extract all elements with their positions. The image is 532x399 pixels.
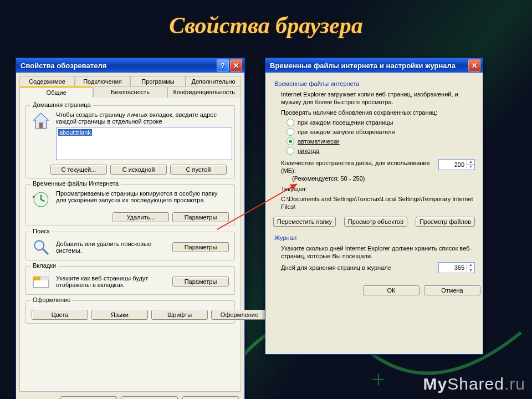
spin-down-icon[interactable]: ▼ [467, 165, 474, 170]
radio-never[interactable]: никогда [287, 147, 475, 155]
colors-button[interactable]: Цвета [32, 310, 88, 320]
window-internet-options: Свойства обозревателя ? ✕ Содержимое Под… [16, 58, 245, 399]
temp-desc2: Проверять наличие обновления сохраненных… [281, 109, 475, 116]
radio-icon [287, 147, 294, 155]
svg-line-7 [43, 249, 48, 254]
watermark-right: .ru [504, 375, 525, 393]
watermark-mid: Shared [447, 375, 504, 393]
spin-down-icon[interactable]: ▼ [467, 268, 474, 273]
titlebar[interactable]: Свойства обозревателя ? ✕ [16, 58, 244, 73]
radio-every-visit[interactable]: при каждом посещении страницы [287, 119, 475, 126]
disk-hint: (Рекомендуется: 50 - 250) [292, 175, 433, 182]
radio-label: никогда [298, 147, 319, 154]
search-hint: Добавить или удалить поисковые системы. [56, 241, 172, 254]
use-blank-button[interactable]: С пустой [170, 165, 227, 175]
group-temp-files-legend: Временные файлы Интернета [30, 180, 121, 187]
journal-hint: Укажите сколько дней Internet Explorer д… [281, 244, 475, 260]
group-tabs-legend: Вкладки [30, 262, 58, 269]
temp-files-hint: Просматриваемые страницы копируются в ос… [56, 190, 229, 209]
group-search-legend: Поиск [30, 228, 52, 234]
group-homepage: Домашняя страница Чтобы создать страницу… [25, 105, 235, 178]
apply-button[interactable]: Применить [182, 396, 239, 399]
homepage-value-selected: about:blank [58, 129, 92, 136]
tabs-icon [32, 272, 50, 291]
group-tabs: Вкладки Укажите как веб-страницы будут о… [25, 266, 235, 295]
use-default-button[interactable]: С исходной [110, 165, 167, 175]
temp-desc1: Internet Explorer загружает копии веб-ст… [281, 90, 475, 106]
slide-title: Свойства браузера [0, 12, 532, 39]
view-objects-button[interactable]: Просмотр объектов [344, 217, 407, 227]
disk-space-input[interactable] [439, 160, 467, 170]
help-button[interactable]: ? [217, 59, 229, 71]
tab-programs[interactable]: Программы [130, 76, 186, 86]
days-spinner[interactable]: ▲▼ [438, 262, 475, 273]
tab-general[interactable]: Общие [19, 86, 93, 98]
languages-button[interactable]: Языки [91, 310, 148, 320]
current-path: C:\Documents and Settings\Толстых\Local … [281, 195, 475, 211]
radio-icon [287, 128, 294, 136]
section-journal-heading: Журнал [274, 234, 475, 241]
tab-row-upper: Содержимое Подключения Программы Дополни… [19, 76, 241, 86]
tab-connections[interactable]: Подключения [75, 76, 130, 86]
disk-label: Количество пространства диска, для испол… [281, 159, 433, 175]
close-button[interactable]: ✕ [468, 59, 480, 71]
radio-icon [287, 119, 294, 126]
spin-up-icon[interactable]: ▲ [467, 263, 474, 268]
window-title: Свойства обозревателя [21, 62, 216, 70]
history-icon [32, 190, 50, 209]
ok-button[interactable]: ОК [60, 396, 117, 399]
titlebar[interactable]: Временные файлы интернета и настройки жу… [265, 58, 483, 73]
search-icon [32, 238, 50, 257]
group-appearance: Оформление Цвета Языки Шрифты Оформление [25, 300, 235, 324]
window-temp-settings: Временные файлы интернета и настройки жу… [265, 58, 483, 355]
group-search: Поиск Добавить или удалить поисковые сис… [25, 232, 235, 260]
radio-label: автоматически [298, 138, 340, 145]
delete-button[interactable]: Удалить... [112, 212, 169, 222]
tab-advanced[interactable]: Дополнительно [186, 76, 241, 86]
dialog-button-row: ОК Отмена [265, 281, 483, 299]
svg-text:+: + [371, 365, 386, 393]
tab-privacy[interactable]: Конфиденциальность [167, 86, 241, 98]
search-settings-button[interactable]: Параметры [172, 242, 229, 252]
spin-up-icon[interactable]: ▲ [467, 160, 474, 165]
tabs-settings-button[interactable]: Параметры [172, 277, 229, 287]
move-folder-button[interactable]: Переместить папку [273, 217, 336, 227]
group-appearance-legend: Оформление [30, 296, 73, 303]
homepage-hint: Чтобы создать страницу личных вкладок, в… [56, 111, 229, 125]
tab-general-panel: Домашняя страница Чтобы создать страницу… [19, 98, 241, 392]
dialog-button-row: ОК Отмена Применить [19, 392, 241, 399]
view-files-button[interactable]: Просмотр файлов [416, 217, 475, 227]
svg-rect-4 [39, 122, 43, 129]
watermark-left: My [423, 375, 448, 393]
current-label: Текущая: [281, 185, 475, 193]
radio-auto[interactable]: автоматически [287, 137, 475, 145]
tab-security[interactable]: Безопасность [93, 86, 167, 98]
days-input[interactable] [439, 263, 467, 273]
disk-space-spinner[interactable]: ▲▼ [438, 159, 475, 170]
group-temp-files: Временные файлы Интернета Просматриваемы… [25, 184, 235, 226]
section-temp-heading: Временные файлы интернета [274, 80, 475, 87]
cancel-button[interactable]: Отмена [424, 285, 480, 295]
tabs-hint: Укажите как веб-страницы будут отображен… [56, 275, 172, 288]
fonts-button[interactable]: Шрифты [151, 310, 208, 320]
radio-label: при каждом запуске обозревателя [298, 129, 395, 135]
radio-icon [287, 137, 294, 145]
accessibility-button[interactable]: Оформление [211, 310, 268, 320]
close-button[interactable]: ✕ [230, 59, 242, 71]
days-label: Дней для хранения страниц в журнале [281, 264, 433, 272]
use-current-button[interactable]: С текущей... [50, 165, 107, 175]
window-title: Временные файлы интернета и настройки жу… [270, 62, 467, 70]
cancel-button[interactable]: Отмена [121, 396, 178, 399]
svg-point-6 [34, 241, 44, 250]
svg-rect-10 [40, 277, 49, 280]
tab-row-lower: Общие Безопасность Конфиденциальность [19, 86, 241, 98]
group-homepage-legend: Домашняя страница [30, 101, 93, 108]
radio-label: при каждом посещении страницы [298, 119, 393, 126]
watermark: MyShared.ru [423, 375, 525, 393]
home-icon [32, 111, 50, 130]
tab-content[interactable]: Содержимое [19, 76, 75, 86]
temp-settings-button[interactable]: Параметры [172, 212, 229, 222]
radio-every-start[interactable]: при каждом запуске обозревателя [287, 128, 475, 136]
svg-rect-9 [33, 277, 40, 280]
ok-button[interactable]: ОК [363, 285, 420, 295]
